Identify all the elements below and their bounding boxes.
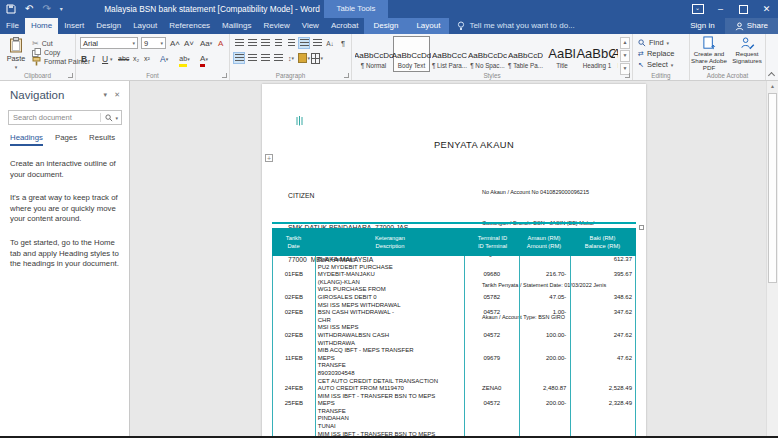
search-dropdown-icon[interactable]: ▾ (115, 115, 121, 121)
font-color-button[interactable]: A▾ (198, 52, 210, 65)
customize-qat-icon[interactable]: ▾ (60, 4, 63, 14)
table-cell-c3[interactable]: 1.00- (520, 302, 572, 325)
table-cell-c3[interactable]: 47.05- (520, 286, 572, 301)
bullets-button[interactable] (233, 37, 245, 49)
table-cell-c2[interactable]: 09679 (465, 347, 520, 377)
copy-button[interactable]: Copy (32, 48, 60, 57)
shading-button[interactable]: ▾ (298, 52, 310, 64)
table-cell-c4[interactable]: 395.67 (571, 264, 635, 287)
replace-button[interactable]: ⇄ Replace (638, 49, 674, 58)
text-direction-ltr-button[interactable] (298, 37, 310, 49)
table-cell-c2[interactable]: 09680 (465, 264, 520, 287)
styles-scroll-down-icon[interactable]: ▼ (620, 50, 630, 62)
clear-formatting-button[interactable]: A (218, 37, 223, 49)
table-cell-c2[interactable]: ZENA0 (465, 378, 520, 393)
table-cell-c0[interactable]: 02FEB (273, 302, 316, 325)
tab-review[interactable]: Review (257, 18, 295, 34)
style-card--normal[interactable]: AaBbCcDc¶ Normal (355, 36, 392, 72)
text-effects-button[interactable]: A▾ (160, 52, 168, 65)
align-right-button[interactable] (259, 52, 271, 64)
undo-icon[interactable]: ↶ (25, 4, 33, 14)
table-cell-c3[interactable]: 216.70- (520, 264, 572, 287)
borders-button[interactable]: ▾ (311, 52, 323, 64)
table-cell-c4[interactable]: 348.62 (571, 286, 635, 301)
table-cell-c2[interactable]: 05782 (465, 286, 520, 301)
redo-icon[interactable]: ↷ (42, 4, 50, 14)
navigation-close-icon[interactable]: ✕ (114, 91, 120, 99)
underline-button[interactable]: U (102, 52, 108, 65)
increase-indent-button[interactable] (285, 37, 297, 49)
table-cell-c1[interactable]: PU2 MYDEBIT PURCHASE MYDEBIT-MANJAKU (KL… (316, 264, 465, 287)
style-card--list-para-[interactable]: AaBbCcC¶ List Para... (431, 36, 468, 72)
table-cell-c4[interactable]: 247.62 (571, 324, 635, 347)
table-cell-c3[interactable] (520, 256, 572, 264)
style-card--table-pa-[interactable]: AaBbCcD¶ Table Pa... (507, 36, 544, 72)
table-cell-c3[interactable]: 200.00- (520, 393, 572, 431)
bold-button[interactable]: B (81, 52, 87, 65)
table-cell-c1[interactable]: WG1 PURCHASE FROM GIROSALES DEBIT 0 (316, 286, 465, 301)
styles-dialog-launcher[interactable] (625, 73, 630, 78)
nav-tab-pages[interactable]: Pages (55, 133, 77, 146)
table-cell-c1[interactable]: Baki Hadapan (316, 256, 465, 264)
scrollbar-thumb[interactable] (768, 93, 777, 283)
table-cell-c0[interactable]: 24FEB (273, 378, 316, 393)
clipboard-dialog-launcher[interactable] (68, 73, 73, 78)
table-cell-c4[interactable]: 47.62 (571, 347, 635, 377)
tab-mailings[interactable]: Mailings (216, 18, 257, 34)
show-hide-pilcrow-button[interactable]: ¶ (337, 37, 349, 49)
style-card-heading-1[interactable]: AaBbCHeading 1 (580, 36, 614, 72)
table-cell-c4[interactable]: 2,528.49 (571, 378, 635, 393)
change-case-button[interactable]: Aa▾ (200, 37, 212, 49)
tab-design[interactable]: Design (90, 18, 127, 34)
table-cell-c1[interactable]: MSI ISS MEPS WITHDRAWALBSN CASH WITHDRAW… (316, 324, 465, 347)
share-button[interactable]: Share (725, 18, 778, 34)
style-card-body-text[interactable]: AaBbCcDdBody Text (393, 36, 430, 72)
table-cell-c0[interactable]: 25FEB (273, 393, 316, 431)
numbering-button[interactable] (246, 37, 258, 49)
cut-button[interactable]: ✂ Cut (32, 39, 53, 48)
table-cell-c3[interactable]: 100.00- (520, 324, 572, 347)
request-signatures-button[interactable]: Request Signatures (729, 36, 765, 72)
sign-in-button[interactable]: Sign in (680, 18, 724, 34)
create-share-pdf-button[interactable]: Create and Share Adobe PDF (691, 36, 727, 72)
justify-button[interactable] (272, 52, 284, 64)
font-size-combo[interactable]: 9▾ (141, 37, 166, 49)
table-cell-c2[interactable] (465, 256, 520, 264)
table-move-handle-icon[interactable]: + (265, 154, 273, 162)
strikethrough-button[interactable]: abc (118, 52, 129, 65)
shrink-font-button[interactable]: A˅ (184, 37, 194, 49)
font-family-combo[interactable]: Arial▾ (80, 37, 138, 49)
table-cell-c1[interactable]: CET AUTO CREDIT DETAIL TRANSACTION AUTO … (316, 378, 465, 393)
nav-tab-headings[interactable]: Headings (10, 133, 43, 146)
grow-font-button[interactable]: A˄ (170, 37, 180, 49)
align-left-button[interactable] (233, 52, 245, 64)
tell-me-box[interactable]: Tell me what you want to do... (457, 18, 574, 34)
table-cell-c4[interactable]: 2,328.49 (571, 393, 635, 431)
tab-file[interactable]: File (0, 18, 25, 34)
paste-button[interactable]: Paste ▾ (3, 37, 29, 71)
contextual-tab-layout[interactable]: Layout (407, 18, 449, 34)
table-cell-c4[interactable]: 612.37 (571, 256, 635, 264)
search-input[interactable] (9, 113, 98, 122)
search-icon[interactable] (103, 114, 115, 122)
superscript-button[interactable]: x² (144, 52, 150, 65)
statement-table[interactable]: TarikhDateKeteranganDescriptionTerminal … (272, 228, 636, 438)
subscript-button[interactable]: x₂ (133, 52, 139, 65)
navigation-options-icon[interactable]: ▾ (103, 91, 107, 99)
table-cell-c3[interactable]: 200.00- (520, 347, 572, 377)
style-card-heading-2[interactable]: AaBbCHeading 2 (615, 36, 618, 72)
table-cell-c4[interactable]: 347.62 (571, 302, 635, 325)
table-cell-c2[interactable]: 04572 (465, 393, 520, 431)
table-cell-c1[interactable]: MSI ISS MEPS WITHDRAWAL BSN CASH WITHDRA… (316, 302, 465, 325)
vertical-scrollbar[interactable]: ▲ (766, 81, 778, 438)
styles-scroll-up-icon[interactable]: ▲ (620, 37, 630, 49)
tab-references[interactable]: References (163, 18, 216, 34)
table-resize-handle[interactable] (639, 225, 644, 230)
document-page[interactable]: BSN PENYATA AKAUN + CITIZEN SMK DATUK BE… (262, 84, 646, 438)
decrease-indent-button[interactable] (272, 37, 284, 49)
underline-dropdown-icon[interactable]: ▾ (110, 52, 113, 65)
table-cell-c0[interactable] (273, 256, 316, 264)
paste-dropdown-icon[interactable]: ▾ (15, 64, 18, 70)
align-center-button[interactable] (246, 52, 258, 64)
table-cell-c2[interactable]: 04572 (465, 302, 520, 325)
